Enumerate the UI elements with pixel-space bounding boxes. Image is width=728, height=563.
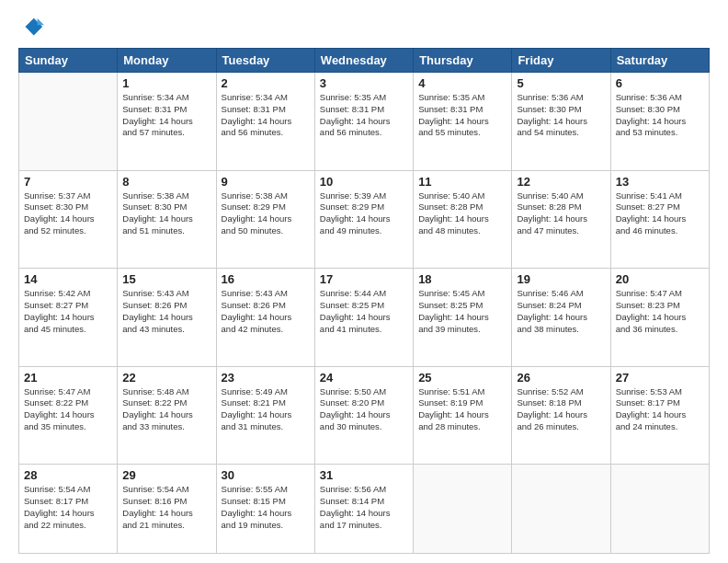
day-number: 23 [222,371,310,385]
day-info: Sunrise: 5:42 AM Sunset: 8:27 PM Dayligh… [24,288,112,335]
calendar-cell: 30Sunrise: 5:55 AM Sunset: 8:15 PM Dayli… [216,465,314,554]
calendar-cell: 26Sunrise: 5:52 AM Sunset: 8:18 PM Dayli… [512,366,610,465]
calendar-table: SundayMondayTuesdayWednesdayThursdayFrid… [18,48,710,554]
calendar-cell: 1Sunrise: 5:34 AM Sunset: 8:31 PM Daylig… [118,73,216,171]
calendar-cell: 8Sunrise: 5:38 AM Sunset: 8:30 PM Daylig… [118,170,216,269]
calendar-cell: 25Sunrise: 5:51 AM Sunset: 8:19 PM Dayli… [414,366,512,465]
day-info: Sunrise: 5:49 AM Sunset: 8:21 PM Dayligh… [222,386,310,433]
calendar-cell [19,73,118,171]
day-number: 5 [517,76,605,90]
calendar-cell: 27Sunrise: 5:53 AM Sunset: 8:17 PM Dayli… [610,366,709,465]
calendar-cell: 2Sunrise: 5:34 AM Sunset: 8:31 PM Daylig… [216,73,314,171]
day-number: 13 [616,175,704,189]
calendar-cell: 12Sunrise: 5:40 AM Sunset: 8:28 PM Dayli… [512,170,610,269]
day-info: Sunrise: 5:40 AM Sunset: 8:28 PM Dayligh… [517,190,605,237]
calendar-cell: 13Sunrise: 5:41 AM Sunset: 8:27 PM Dayli… [610,170,709,269]
day-info: Sunrise: 5:54 AM Sunset: 8:16 PM Dayligh… [122,484,210,531]
calendar-cell: 10Sunrise: 5:39 AM Sunset: 8:29 PM Dayli… [314,170,413,269]
day-info: Sunrise: 5:43 AM Sunset: 8:26 PM Dayligh… [222,288,310,335]
calendar-week-row: 1Sunrise: 5:34 AM Sunset: 8:31 PM Daylig… [19,73,710,171]
calendar-cell: 22Sunrise: 5:48 AM Sunset: 8:22 PM Dayli… [118,366,216,465]
calendar-cell: 9Sunrise: 5:38 AM Sunset: 8:29 PM Daylig… [216,170,314,269]
calendar-cell: 28Sunrise: 5:54 AM Sunset: 8:17 PM Dayli… [19,465,118,554]
day-number: 26 [517,371,605,385]
calendar-week-row: 7Sunrise: 5:37 AM Sunset: 8:30 PM Daylig… [19,170,710,269]
day-info: Sunrise: 5:34 AM Sunset: 8:31 PM Dayligh… [222,92,310,139]
day-number: 22 [122,371,210,385]
day-info: Sunrise: 5:40 AM Sunset: 8:28 PM Dayligh… [418,190,506,237]
day-info: Sunrise: 5:47 AM Sunset: 8:23 PM Dayligh… [616,288,704,335]
day-number: 1 [122,76,210,90]
day-number: 2 [222,76,310,90]
day-number: 7 [24,175,112,189]
day-info: Sunrise: 5:36 AM Sunset: 8:30 PM Dayligh… [517,92,605,139]
day-info: Sunrise: 5:43 AM Sunset: 8:26 PM Dayligh… [122,288,210,335]
day-info: Sunrise: 5:38 AM Sunset: 8:29 PM Dayligh… [222,190,310,237]
day-number: 19 [517,272,605,286]
calendar-cell: 15Sunrise: 5:43 AM Sunset: 8:26 PM Dayli… [118,269,216,367]
day-info: Sunrise: 5:38 AM Sunset: 8:30 PM Dayligh… [122,190,210,237]
day-info: Sunrise: 5:50 AM Sunset: 8:20 PM Dayligh… [320,386,408,433]
calendar-cell: 21Sunrise: 5:47 AM Sunset: 8:22 PM Dayli… [19,366,118,465]
calendar-week-row: 21Sunrise: 5:47 AM Sunset: 8:22 PM Dayli… [19,366,710,465]
calendar-cell: 11Sunrise: 5:40 AM Sunset: 8:28 PM Dayli… [414,170,512,269]
calendar-cell: 4Sunrise: 5:35 AM Sunset: 8:31 PM Daylig… [414,73,512,171]
calendar-week-row: 28Sunrise: 5:54 AM Sunset: 8:17 PM Dayli… [19,465,710,554]
day-number: 31 [320,468,408,482]
day-info: Sunrise: 5:41 AM Sunset: 8:27 PM Dayligh… [616,190,704,237]
day-number: 8 [122,175,210,189]
day-info: Sunrise: 5:35 AM Sunset: 8:31 PM Dayligh… [418,92,506,139]
day-number: 11 [418,175,506,189]
day-info: Sunrise: 5:45 AM Sunset: 8:25 PM Dayligh… [418,288,506,335]
day-number: 9 [222,175,310,189]
calendar-cell: 20Sunrise: 5:47 AM Sunset: 8:23 PM Dayli… [610,269,709,367]
day-header-tuesday: Tuesday [216,49,314,73]
calendar-cell [610,465,709,554]
day-header-saturday: Saturday [610,49,709,73]
day-info: Sunrise: 5:53 AM Sunset: 8:17 PM Dayligh… [616,386,704,433]
day-header-wednesday: Wednesday [314,49,413,73]
day-number: 30 [222,468,310,482]
day-info: Sunrise: 5:52 AM Sunset: 8:18 PM Dayligh… [517,386,605,433]
calendar-cell: 16Sunrise: 5:43 AM Sunset: 8:26 PM Dayli… [216,269,314,367]
day-number: 27 [616,371,704,385]
calendar-cell: 7Sunrise: 5:37 AM Sunset: 8:30 PM Daylig… [19,170,118,269]
day-number: 20 [616,272,704,286]
day-info: Sunrise: 5:51 AM Sunset: 8:19 PM Dayligh… [418,386,506,433]
day-info: Sunrise: 5:46 AM Sunset: 8:24 PM Dayligh… [517,288,605,335]
day-info: Sunrise: 5:36 AM Sunset: 8:30 PM Dayligh… [616,92,704,139]
day-info: Sunrise: 5:48 AM Sunset: 8:22 PM Dayligh… [122,386,210,433]
day-header-friday: Friday [512,49,610,73]
day-info: Sunrise: 5:34 AM Sunset: 8:31 PM Dayligh… [122,92,210,139]
logo [18,15,48,40]
calendar-header-row: SundayMondayTuesdayWednesdayThursdayFrid… [19,49,710,73]
day-number: 10 [320,175,408,189]
calendar-cell: 18Sunrise: 5:45 AM Sunset: 8:25 PM Dayli… [414,269,512,367]
day-info: Sunrise: 5:39 AM Sunset: 8:29 PM Dayligh… [320,190,408,237]
day-info: Sunrise: 5:44 AM Sunset: 8:25 PM Dayligh… [320,288,408,335]
day-number: 17 [320,272,408,286]
header [18,15,710,40]
calendar-cell: 14Sunrise: 5:42 AM Sunset: 8:27 PM Dayli… [19,269,118,367]
day-number: 3 [320,76,408,90]
day-info: Sunrise: 5:47 AM Sunset: 8:22 PM Dayligh… [24,386,112,433]
calendar-cell: 24Sunrise: 5:50 AM Sunset: 8:20 PM Dayli… [314,366,413,465]
day-info: Sunrise: 5:56 AM Sunset: 8:14 PM Dayligh… [320,484,408,531]
svg-marker-1 [38,18,44,25]
calendar-cell: 23Sunrise: 5:49 AM Sunset: 8:21 PM Dayli… [216,366,314,465]
day-number: 29 [122,468,210,482]
day-number: 25 [418,371,506,385]
logo-icon [18,15,44,40]
day-info: Sunrise: 5:35 AM Sunset: 8:31 PM Dayligh… [320,92,408,139]
calendar-cell: 31Sunrise: 5:56 AM Sunset: 8:14 PM Dayli… [314,465,413,554]
day-header-thursday: Thursday [414,49,512,73]
day-header-sunday: Sunday [19,49,118,73]
calendar-cell: 29Sunrise: 5:54 AM Sunset: 8:16 PM Dayli… [118,465,216,554]
day-number: 24 [320,371,408,385]
calendar-week-row: 14Sunrise: 5:42 AM Sunset: 8:27 PM Dayli… [19,269,710,367]
day-info: Sunrise: 5:37 AM Sunset: 8:30 PM Dayligh… [24,190,112,237]
calendar-cell [512,465,610,554]
day-number: 15 [122,272,210,286]
day-number: 14 [24,272,112,286]
day-number: 16 [222,272,310,286]
